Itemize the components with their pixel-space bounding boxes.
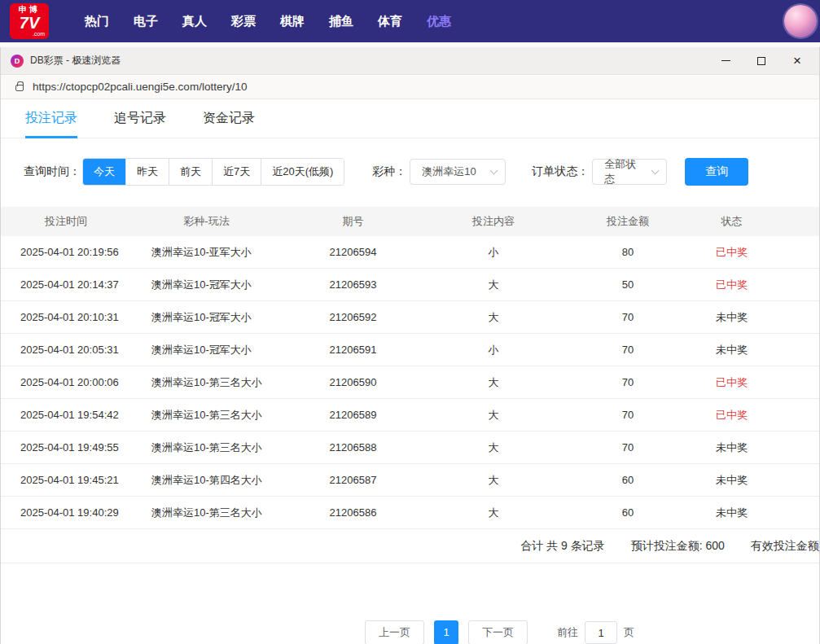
header-bet-time: 投注时间	[1, 214, 131, 229]
goto-page: 前往 页	[557, 621, 634, 644]
cell-issue: 21206589	[282, 409, 424, 421]
cell-bet-time: 2025-04-01 20:10:31	[1, 311, 131, 323]
nav-item-真人[interactable]: 真人	[182, 14, 207, 29]
nav-item-捕鱼[interactable]: 捕鱼	[329, 14, 353, 29]
nav-item-电子[interactable]: 电子	[134, 14, 158, 29]
header-issue: 期号	[282, 214, 424, 229]
main-nav: 热门电子真人彩票棋牌捕鱼体育优惠	[85, 14, 451, 29]
time-filter-近20天(低频)[interactable]: 近20天(低频)	[261, 159, 344, 185]
table-row: 2025-04-01 20:05:31澳洲幸运10-冠军大小21206591小7…	[1, 334, 819, 366]
cell-bet-time: 2025-04-01 20:14:37	[1, 278, 131, 291]
cell-issue: 21206592	[282, 311, 424, 323]
window-title: DB彩票 - 极速浏览器	[30, 54, 121, 68]
maximize-icon	[757, 57, 765, 65]
page-number-1[interactable]: 1	[434, 620, 458, 644]
cell-bet-time: 2025-04-01 19:40:29	[1, 506, 131, 519]
record-tabs: 投注记录 追号记录 资金记录	[1, 99, 819, 138]
cell-game-play: 澳洲幸运10-亚军大小	[131, 245, 282, 260]
cell-game-play: 澳洲幸运10-冠军大小	[131, 278, 282, 292]
table-body: 2025-04-01 20:19:56澳洲幸运10-亚军大小21206594小8…	[1, 236, 819, 529]
table-row: 2025-04-01 20:19:56澳洲幸运10-亚军大小21206594小8…	[1, 236, 819, 269]
cell-bet-content: 大	[424, 473, 563, 488]
lottery-select-value: 澳洲幸运10	[422, 164, 476, 179]
tab-chase-records[interactable]: 追号记录	[114, 99, 166, 138]
cell-status: 未中奖	[693, 310, 770, 325]
goto-unit-label: 页	[624, 625, 634, 640]
table-header: 投注时间 彩种-玩法 期号 投注内容 投注金额 状态	[1, 207, 819, 236]
time-filter-今天[interactable]: 今天	[83, 159, 125, 185]
time-filter-前天[interactable]: 前天	[169, 159, 212, 185]
browser-window: D DB彩票 - 极速浏览器 × https://ctopcp02pcali.u…	[0, 47, 820, 644]
order-status-select-value: 全部状态	[604, 157, 646, 186]
url-text[interactable]: https://ctopcp02pcali.uengi5e.com/lotter…	[33, 81, 247, 93]
cell-game-play: 澳洲幸运10-冠军大小	[131, 343, 282, 357]
time-filter-label: 查询时间：	[24, 164, 81, 179]
pagination: 上一页 1 下一页 前往 页	[1, 620, 819, 644]
cell-issue: 21206591	[282, 344, 424, 356]
prev-page-button[interactable]: 上一页	[365, 620, 424, 644]
cell-game-play: 澳洲幸运10-第四名大小	[131, 473, 282, 488]
table-row: 2025-04-01 20:14:37澳洲幸运10-冠军大小21206593大5…	[1, 269, 819, 301]
time-filter-近7天[interactable]: 近7天	[212, 159, 261, 185]
cell-bet-content: 大	[424, 506, 563, 520]
nav-item-彩票[interactable]: 彩票	[231, 14, 256, 29]
nav-item-热门[interactable]: 热门	[85, 14, 109, 29]
table-row: 2025-04-01 20:00:06澳洲幸运10-第三名大小21206590大…	[1, 366, 819, 399]
cell-status: 未中奖	[693, 440, 770, 455]
cell-bet-content: 大	[424, 375, 563, 390]
site-logo[interactable]: 申博 7V .com	[10, 3, 49, 39]
header-status: 状态	[693, 214, 770, 229]
maximize-button[interactable]	[756, 55, 767, 67]
search-button[interactable]: 查询	[685, 158, 748, 186]
chevron-down-icon	[490, 166, 498, 174]
table-row: 2025-04-01 19:45:21澳洲幸运10-第四名大小21206587大…	[1, 464, 819, 497]
time-filter-昨天[interactable]: 昨天	[125, 159, 169, 185]
cell-game-play: 澳洲幸运10-第三名大小	[131, 408, 282, 423]
header-bet-amount: 投注金额	[563, 214, 693, 229]
cell-status: 未中奖	[693, 473, 770, 488]
cell-bet-content: 大	[424, 278, 563, 292]
site-top-nav: 申博 7V .com 热门电子真人彩票棋牌捕鱼体育优惠	[0, 0, 820, 42]
summary-expected-amount: 预计投注金额: 600	[631, 539, 725, 554]
cell-bet-time: 2025-04-01 20:05:31	[1, 344, 131, 356]
summary-valid-amount: 有效投注金额: 600	[751, 539, 819, 554]
table-row: 2025-04-01 19:40:29澳洲幸运10-第三名大小21206586大…	[1, 497, 819, 529]
page-content: 投注记录 追号记录 资金记录 查询时间： 今天昨天前天近7天近20天(低频) 彩…	[1, 99, 819, 644]
cell-issue: 21206587	[282, 474, 424, 486]
window-controls: ×	[720, 55, 809, 67]
browser-addressbar: https://ctopcp02pcali.uengi5e.com/lotter…	[1, 75, 819, 99]
cell-bet-content: 大	[424, 408, 563, 423]
lottery-filter-label: 彩种：	[372, 164, 406, 179]
filter-bar: 查询时间： 今天昨天前天近7天近20天(低频) 彩种： 澳洲幸运10 订单状态：…	[1, 138, 819, 207]
minimize-button[interactable]	[720, 55, 731, 67]
nav-item-棋牌[interactable]: 棋牌	[280, 14, 305, 29]
cell-status: 未中奖	[693, 506, 770, 520]
cell-game-play: 澳洲幸运10-第三名大小	[131, 375, 282, 390]
order-status-select[interactable]: 全部状态	[592, 159, 667, 185]
header-bet-content: 投注内容	[424, 214, 563, 229]
cell-bet-amount: 60	[563, 474, 693, 486]
lock-icon	[15, 85, 24, 91]
cell-bet-amount: 70	[563, 344, 693, 356]
nav-item-优惠[interactable]: 优惠	[427, 14, 451, 29]
goto-label: 前往	[557, 625, 578, 640]
lottery-select[interactable]: 澳洲幸运10	[410, 159, 506, 185]
cell-issue: 21206590	[282, 376, 424, 388]
close-button[interactable]: ×	[791, 55, 803, 67]
site-logo-text-sub: .com	[33, 31, 45, 37]
user-avatar[interactable]	[784, 5, 817, 37]
tab-bet-records[interactable]: 投注记录	[25, 99, 77, 138]
cell-bet-amount: 70	[563, 409, 693, 421]
cell-issue: 21206594	[282, 246, 424, 258]
cell-bet-amount: 80	[563, 246, 693, 258]
tab-fund-records[interactable]: 资金记录	[203, 99, 255, 138]
cell-bet-content: 小	[424, 245, 563, 260]
nav-item-体育[interactable]: 体育	[378, 14, 402, 29]
goto-page-input[interactable]	[585, 621, 617, 644]
cell-issue: 21206588	[282, 441, 424, 453]
next-page-button[interactable]: 下一页	[468, 620, 528, 644]
cell-status: 已中奖	[693, 408, 770, 423]
cell-bet-time: 2025-04-01 19:54:42	[1, 409, 131, 421]
status-filter-label: 订单状态：	[532, 164, 589, 179]
table-row: 2025-04-01 20:10:31澳洲幸运10-冠军大小21206592大7…	[1, 301, 819, 334]
